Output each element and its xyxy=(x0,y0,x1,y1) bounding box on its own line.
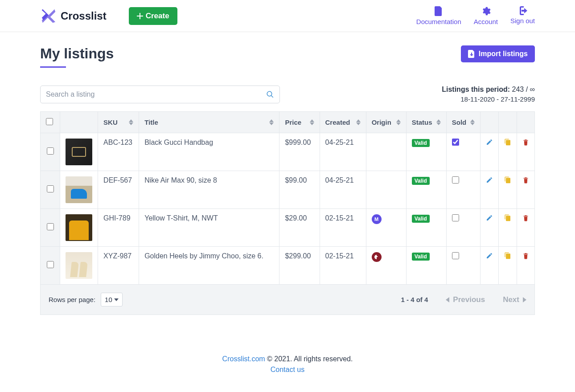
search-input-wrap[interactable] xyxy=(40,86,280,103)
header-select-all[interactable] xyxy=(41,112,60,133)
sort-icon xyxy=(310,119,314,125)
row-checkbox-cell xyxy=(41,209,60,247)
row-sku: GHI-789 xyxy=(98,209,139,247)
plus-icon xyxy=(137,13,143,19)
listing-thumbnail[interactable] xyxy=(66,176,92,203)
header-created[interactable]: Created xyxy=(320,112,366,133)
row-edit-cell xyxy=(480,209,498,247)
brand-logo[interactable]: Crosslist xyxy=(40,8,107,24)
row-checkbox-cell xyxy=(41,171,60,209)
header-origin[interactable]: Origin xyxy=(366,112,406,133)
row-copy-cell xyxy=(498,209,517,247)
listing-thumbnail[interactable] xyxy=(66,252,92,279)
row-checkbox[interactable] xyxy=(47,261,54,268)
copy-button[interactable] xyxy=(504,176,511,184)
create-button[interactable]: Create xyxy=(129,7,177,25)
nav-documentation-label: Documentation xyxy=(416,18,461,25)
edit-button[interactable] xyxy=(486,252,493,259)
sort-icon xyxy=(436,119,441,125)
nav-account-label: Account xyxy=(474,18,498,25)
chevron-right-icon xyxy=(523,297,526,302)
row-copy-cell xyxy=(498,171,517,209)
edit-button[interactable] xyxy=(486,176,493,184)
listing-thumbnail[interactable] xyxy=(66,214,92,241)
pagination: Rows per page: 10 1 - 4 of 4 Previous Ne… xyxy=(40,285,535,315)
header-status[interactable]: Status xyxy=(406,112,446,133)
header-sku[interactable]: SKU xyxy=(98,112,139,133)
row-status: Valid xyxy=(406,247,446,285)
pagination-prev[interactable]: Previous xyxy=(446,295,485,304)
row-sold xyxy=(446,247,480,285)
sold-checkbox[interactable] xyxy=(452,139,459,146)
row-created: 02-15-21 xyxy=(320,209,366,247)
rows-per-page-select[interactable]: 10 xyxy=(101,293,123,306)
row-sold xyxy=(446,209,480,247)
sort-icon xyxy=(470,119,475,125)
header-edit xyxy=(480,112,498,133)
header-created-label: Created xyxy=(325,118,350,126)
edit-button[interactable] xyxy=(486,139,493,146)
pagination-next-label: Next xyxy=(503,295,519,304)
row-delete-cell xyxy=(517,247,534,285)
nav-account[interactable]: Account xyxy=(474,6,498,25)
checkbox-select-all[interactable] xyxy=(46,118,53,125)
header-delete xyxy=(517,112,534,133)
sort-icon xyxy=(396,119,401,125)
header-title-label: Title xyxy=(144,118,158,126)
copy-button[interactable] xyxy=(504,214,511,221)
page-title: My listings xyxy=(40,45,114,62)
listing-thumbnail[interactable] xyxy=(66,139,92,165)
listing-stats: Listings this period: 243 / ∞ 18-11-2020… xyxy=(442,86,535,103)
nav-documentation[interactable]: Documentation xyxy=(416,6,461,25)
header-origin-label: Origin xyxy=(372,118,391,126)
chevron-left-icon xyxy=(446,297,449,302)
pagination-next[interactable]: Next xyxy=(503,295,526,304)
status-badge: Valid xyxy=(412,177,430,185)
delete-button[interactable] xyxy=(522,176,529,184)
row-created: 04-25-21 xyxy=(320,171,366,209)
footer-rights: © 2021. All rights reserved. xyxy=(267,355,353,363)
header-title[interactable]: Title xyxy=(139,112,279,133)
row-checkbox[interactable] xyxy=(47,223,54,230)
row-origin xyxy=(366,171,406,209)
header-sold[interactable]: Sold xyxy=(446,112,480,133)
footer: Crosslist.com © 2021. All rights reserve… xyxy=(40,355,535,374)
nav-signout[interactable]: Sign out xyxy=(510,6,535,25)
header-price[interactable]: Price xyxy=(279,112,320,133)
row-thumb-cell xyxy=(60,247,98,285)
row-delete-cell xyxy=(517,133,534,171)
copy-button[interactable] xyxy=(504,139,511,146)
import-icon xyxy=(468,50,475,58)
import-listings-button[interactable]: Import listings xyxy=(461,45,535,62)
row-sold xyxy=(446,133,480,171)
title-underline xyxy=(40,66,66,68)
delete-button[interactable] xyxy=(522,139,529,146)
delete-button[interactable] xyxy=(522,252,529,260)
row-checkbox[interactable] xyxy=(47,185,54,192)
copy-button[interactable] xyxy=(504,252,511,259)
pagination-prev-label: Previous xyxy=(453,295,485,304)
row-created: 04-25-21 xyxy=(320,133,366,171)
row-status: Valid xyxy=(406,171,446,209)
header-sku-label: SKU xyxy=(103,118,118,126)
row-price: $29.00 xyxy=(279,209,320,247)
row-thumb-cell xyxy=(60,209,98,247)
sort-icon xyxy=(356,119,361,125)
row-created: 02-15-21 xyxy=(320,247,366,285)
delete-button[interactable] xyxy=(522,214,529,222)
footer-site-link[interactable]: Crosslist.com xyxy=(222,355,265,363)
stats-label: Listings this period: xyxy=(442,86,510,93)
sold-checkbox[interactable] xyxy=(452,214,459,221)
table-header: SKU Title Price Created Origin Status So… xyxy=(41,112,535,133)
edit-button[interactable] xyxy=(486,214,493,221)
row-checkbox[interactable] xyxy=(47,147,54,155)
search-input[interactable] xyxy=(46,90,266,98)
sort-icon xyxy=(269,119,274,125)
search-icon[interactable] xyxy=(266,90,274,98)
sold-checkbox[interactable] xyxy=(452,176,459,184)
header-status-label: Status xyxy=(412,118,432,126)
sold-checkbox[interactable] xyxy=(452,252,459,259)
topbar: Crosslist Create Documentation Account S… xyxy=(0,0,575,32)
footer-contact-link[interactable]: Contact us xyxy=(271,366,304,373)
row-origin xyxy=(366,133,406,171)
